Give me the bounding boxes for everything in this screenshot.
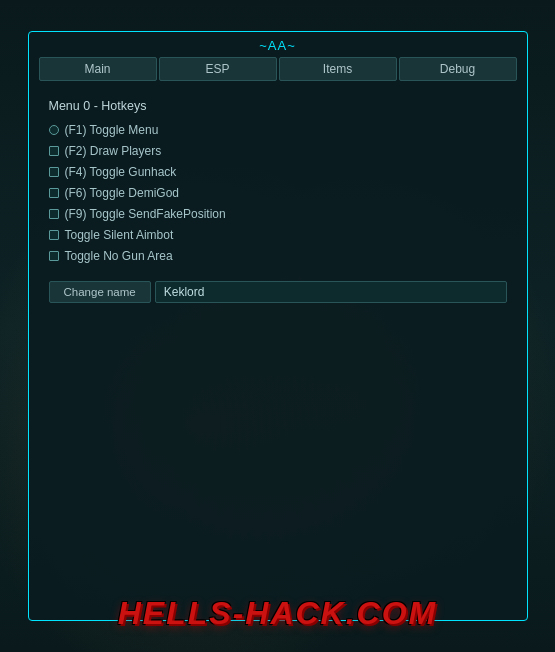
change-name-row: Change name [49, 281, 507, 303]
checkbox-f9[interactable] [49, 209, 59, 219]
hotkey-label-f9: (F9) Toggle SendFakePosition [65, 207, 226, 221]
checkbox-f2[interactable] [49, 146, 59, 156]
hotkey-item-f1: (F1) Toggle Menu [49, 123, 507, 137]
hotkey-label-f6: (F6) Toggle DemiGod [65, 186, 180, 200]
hotkey-label-f1: (F1) Toggle Menu [65, 123, 159, 137]
checkbox-no-gun-area[interactable] [49, 251, 59, 261]
hotkey-label-f4: (F4) Toggle Gunhack [65, 165, 177, 179]
section-title: Menu 0 - Hotkeys [49, 99, 507, 113]
checkbox-f6[interactable] [49, 188, 59, 198]
hotkey-item-f2: (F2) Draw Players [49, 144, 507, 158]
tab-esp[interactable]: ESP [159, 57, 277, 81]
name-input[interactable] [155, 281, 507, 303]
hotkey-label-silent-aimbot: Toggle Silent Aimbot [65, 228, 174, 242]
hotkey-label-f2: (F2) Draw Players [65, 144, 162, 158]
tab-debug[interactable]: Debug [399, 57, 517, 81]
tab-items[interactable]: Items [279, 57, 397, 81]
content-area: Menu 0 - Hotkeys (F1) Toggle Menu (F2) D… [29, 89, 527, 610]
checkbox-f4[interactable] [49, 167, 59, 177]
hotkey-item-f9: (F9) Toggle SendFakePosition [49, 207, 507, 221]
hotkey-label-no-gun-area: Toggle No Gun Area [65, 249, 173, 263]
window-title: ~AA~ [29, 32, 527, 57]
tab-bar: Main ESP Items Debug [29, 57, 527, 89]
hotkey-item-silent-aimbot: Toggle Silent Aimbot [49, 228, 507, 242]
hotkey-item-f6: (F6) Toggle DemiGod [49, 186, 507, 200]
radio-f1[interactable] [49, 125, 59, 135]
change-name-button[interactable]: Change name [49, 281, 151, 303]
checkbox-silent-aimbot[interactable] [49, 230, 59, 240]
hotkey-item-no-gun-area: Toggle No Gun Area [49, 249, 507, 263]
hotkey-item-f4: (F4) Toggle Gunhack [49, 165, 507, 179]
tab-main[interactable]: Main [39, 57, 157, 81]
main-window: ~AA~ Main ESP Items Debug Menu 0 - Hotke… [28, 31, 528, 621]
